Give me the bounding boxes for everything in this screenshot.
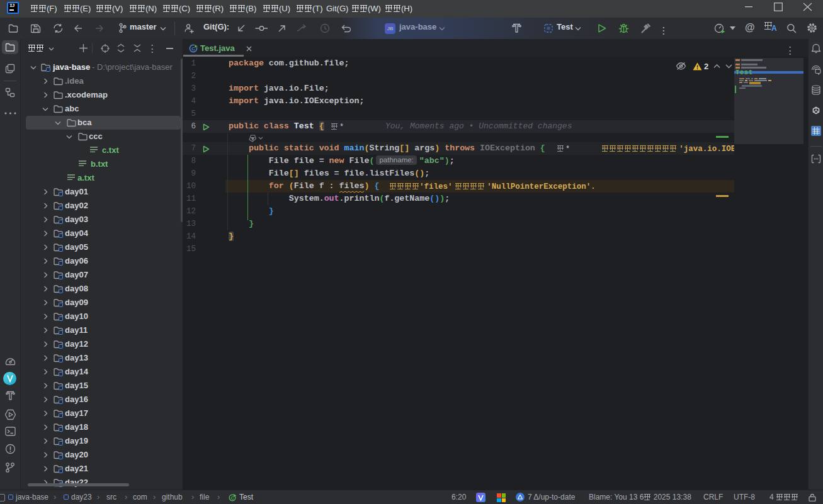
svg-text:C: C [231,496,234,500]
